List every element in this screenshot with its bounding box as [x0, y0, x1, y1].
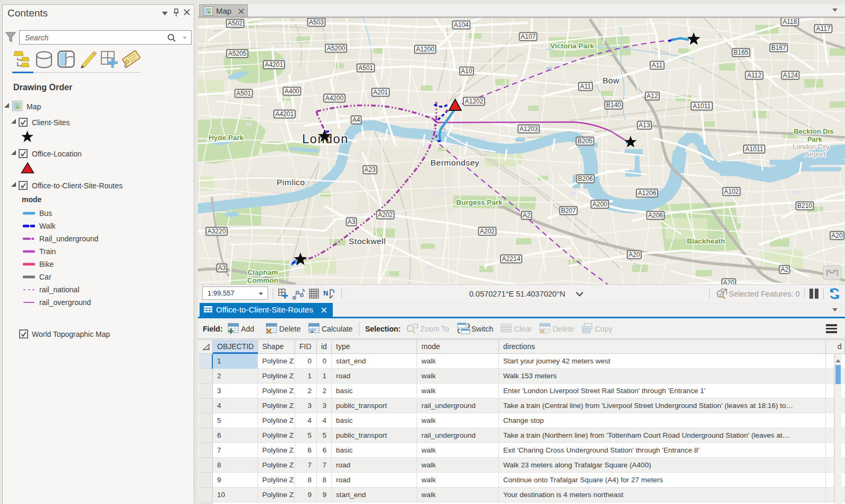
- svg-text:B140: B140: [606, 101, 621, 109]
- svg-text:Blackheath: Blackheath: [687, 237, 725, 245]
- svg-text:A11: A11: [580, 83, 591, 90]
- svg-text:Hyde Park: Hyde Park: [209, 134, 244, 142]
- svg-text:Beckton Dis: Beckton Dis: [794, 127, 833, 135]
- svg-text:London City: London City: [792, 143, 830, 151]
- svg-text:A5205: A5205: [228, 50, 247, 57]
- svg-text:A20: A20: [723, 279, 735, 284]
- svg-text:A1011: A1011: [745, 145, 763, 153]
- svg-text:A1202: A1202: [465, 98, 484, 105]
- svg-text:A202: A202: [378, 211, 393, 219]
- svg-text:B205: B205: [577, 137, 592, 145]
- svg-text:Victoria Park: Victoria Park: [550, 42, 594, 50]
- svg-text:Park: Park: [807, 135, 823, 143]
- svg-text:A4201: A4201: [265, 61, 283, 68]
- svg-text:A1206: A1206: [638, 189, 657, 197]
- svg-text:Common: Common: [247, 276, 279, 284]
- svg-text:A20: A20: [628, 251, 640, 258]
- svg-text:A501: A501: [358, 64, 373, 72]
- svg-text:A4201: A4201: [275, 110, 294, 118]
- svg-text:A503: A503: [309, 19, 324, 26]
- svg-text:A502: A502: [228, 20, 243, 27]
- svg-text:A2: A2: [781, 266, 789, 273]
- svg-text:A4: A4: [352, 116, 360, 124]
- svg-text:B206: B206: [578, 175, 593, 183]
- svg-text:A117: A117: [816, 25, 830, 32]
- svg-text:Airport: Airport: [805, 150, 826, 158]
- svg-text:A1200: A1200: [416, 46, 435, 53]
- svg-text:A4200: A4200: [325, 94, 344, 102]
- svg-text:A11: A11: [652, 62, 663, 69]
- svg-text:A23: A23: [364, 166, 376, 173]
- svg-text:A202: A202: [480, 228, 495, 235]
- svg-text:A118: A118: [782, 18, 797, 25]
- svg-text:A102: A102: [724, 188, 739, 195]
- svg-text:A124: A124: [783, 72, 798, 79]
- svg-text:A1203: A1203: [520, 125, 538, 133]
- svg-text:A2: A2: [523, 212, 531, 219]
- svg-text:A200: A200: [592, 201, 607, 208]
- svg-text:Bow: Bow: [602, 76, 619, 85]
- svg-text:N: N: [323, 289, 328, 297]
- svg-text:Bermondsey: Bermondsey: [430, 158, 479, 167]
- svg-text:A10: A10: [461, 67, 472, 75]
- svg-text:A13: A13: [639, 121, 650, 129]
- svg-text:B167: B167: [771, 44, 786, 51]
- svg-text:A12: A12: [646, 92, 658, 100]
- svg-text:Clapham: Clapham: [247, 268, 278, 276]
- svg-text:A20: A20: [831, 232, 843, 239]
- svg-text:B210: B210: [797, 202, 812, 210]
- svg-text:Burgess Park: Burgess Park: [456, 198, 503, 206]
- svg-text:B207: B207: [561, 207, 576, 214]
- svg-text:A3: A3: [218, 264, 226, 272]
- svg-text:A1011: A1011: [693, 102, 711, 110]
- svg-text:B165: B165: [734, 49, 748, 56]
- svg-text:A5200: A5200: [327, 45, 346, 52]
- svg-text:A400: A400: [284, 88, 299, 95]
- svg-text:A104: A104: [454, 21, 469, 29]
- svg-text:A501: A501: [236, 90, 251, 97]
- svg-text:A2214: A2214: [502, 255, 521, 263]
- svg-text:Stockwell: Stockwell: [349, 237, 386, 246]
- svg-text:A112: A112: [747, 72, 761, 79]
- svg-text:A107: A107: [521, 33, 536, 40]
- svg-text:Pimlico: Pimlico: [277, 178, 305, 187]
- svg-text:A206: A206: [648, 212, 663, 219]
- svg-text:A3: A3: [348, 218, 356, 225]
- svg-text:A201: A201: [373, 89, 388, 96]
- svg-text:A3220: A3220: [208, 228, 226, 235]
